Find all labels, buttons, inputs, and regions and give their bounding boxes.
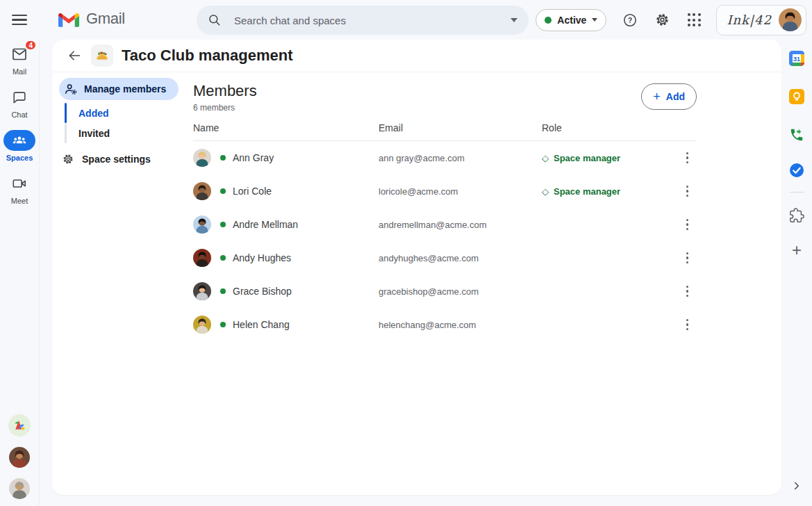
rail-divider: [789, 192, 804, 193]
main-menu-button[interactable]: [12, 15, 27, 25]
contact-avatar[interactable]: [9, 447, 30, 468]
nav-subitem-invited[interactable]: Invited: [65, 123, 184, 143]
sidebar-item-chat[interactable]: Chat: [3, 87, 35, 119]
sidebar-item-mail[interactable]: 4 Mail: [3, 44, 35, 76]
member-row[interactable]: Andre Mellman andremellman@acme.com: [193, 208, 697, 241]
members-table-header: Name Email Role: [193, 122, 697, 141]
member-name-cell: Grace Bishop: [193, 282, 379, 300]
member-row[interactable]: Ann Gray ann gray@acme.com ◇ Space manag…: [193, 141, 697, 174]
tasks-app-button[interactable]: [785, 158, 809, 182]
search-icon: [208, 13, 222, 27]
role-diamond-icon: ◇: [542, 186, 549, 197]
member-row[interactable]: Andy Hughes andyhughes@acme.com: [193, 241, 697, 275]
member-name-cell: Andy Hughes: [193, 249, 379, 267]
google-apps-button[interactable]: [680, 6, 708, 34]
get-addons-button[interactable]: [785, 204, 809, 227]
member-avatar: [193, 316, 211, 334]
member-name-cell: Helen Chang: [193, 316, 379, 334]
section-title: Members: [193, 82, 257, 100]
chevron-right-icon: [790, 480, 803, 492]
help-icon: ?: [622, 13, 638, 28]
brand-logo-text: Ink|42: [727, 13, 772, 27]
account-avatar[interactable]: [779, 8, 802, 31]
svg-text:31: 31: [793, 56, 800, 63]
phone-icon: [789, 127, 804, 142]
search-input[interactable]: Search chat and spaces: [234, 15, 511, 26]
presence-online-dot: [220, 322, 226, 327]
nav-subitem-added[interactable]: Added: [65, 103, 184, 123]
chat-icon: [12, 90, 27, 105]
active-indicator-bar: [65, 103, 67, 123]
member-email: andyhughes@acme.com: [379, 253, 542, 263]
add-member-button[interactable]: + Add: [641, 83, 697, 110]
svg-text:?: ?: [628, 16, 632, 24]
add-app-button[interactable]: +: [785, 238, 809, 262]
taco-icon: [95, 49, 109, 63]
member-options-button[interactable]: [682, 215, 693, 234]
rail-bottom-shortcuts: [8, 414, 31, 506]
calendar-app-button[interactable]: 31: [785, 47, 809, 70]
member-name: Helen Chang: [233, 319, 290, 330]
member-avatar: [193, 249, 211, 267]
nav-item-space-settings[interactable]: Space settings: [52, 148, 184, 170]
members-section: Members 6 members + Add Name Email Rol: [184, 72, 781, 495]
meet-videocam-icon: [12, 176, 27, 191]
workspace-app-logo[interactable]: [8, 414, 31, 436]
gmail-app: Gmail Search chat and spaces Active ?: [0, 0, 812, 506]
abstract-app-logo-icon: [13, 418, 26, 432]
back-arrow-icon: [67, 49, 81, 63]
member-name: Grace Bishop: [233, 286, 292, 297]
member-options-button[interactable]: [682, 315, 693, 334]
member-options-button[interactable]: [682, 281, 693, 301]
app-name: Gmail: [86, 10, 125, 28]
search-options-caret-icon[interactable]: [511, 18, 517, 22]
role-label: Space manager: [554, 186, 620, 197]
sidebar-item-spaces[interactable]: Spaces: [3, 130, 35, 162]
main-area: Taco Club management Manage member: [40, 40, 781, 506]
member-avatar: [193, 149, 211, 167]
contact-avatar[interactable]: [9, 478, 30, 499]
member-avatar: [193, 282, 211, 300]
gmail-logo[interactable]: Gmail: [58, 10, 125, 28]
status-caret-icon: [592, 18, 597, 22]
help-button[interactable]: ?: [616, 6, 644, 34]
member-row[interactable]: Grace Bishop gracebishop@acme.com: [193, 275, 697, 308]
settings-button[interactable]: [648, 6, 676, 34]
sidebar-item-meet[interactable]: Meet: [3, 173, 35, 205]
manage-accounts-icon: [65, 83, 77, 95]
space-card: Taco Club management Manage member: [52, 40, 781, 495]
keep-app-button[interactable]: [785, 85, 809, 108]
presence-online-dot: [220, 222, 226, 227]
presence-online-dot: [220, 288, 226, 294]
puzzle-addon-icon: [789, 208, 804, 223]
member-name: Andre Mellman: [233, 219, 298, 230]
page-title: Taco Club management: [122, 47, 293, 65]
member-options-button[interactable]: [682, 248, 693, 268]
indicator-bar: [65, 123, 67, 143]
space-header: Taco Club management: [52, 40, 781, 72]
gear-icon: [654, 12, 670, 28]
presence-online-dot: [220, 155, 226, 161]
collapse-panel-button[interactable]: [785, 474, 809, 498]
back-button[interactable]: [63, 44, 85, 67]
nav-item-manage-members[interactable]: Manage members: [59, 78, 179, 100]
member-email: gracebishop@acme.com: [379, 286, 542, 297]
space-nav-panel: Manage members Added Invited: [52, 72, 184, 495]
member-row[interactable]: Helen Chang helenchang@acme.com: [193, 308, 697, 341]
member-role: ◇ Space manager: [542, 186, 669, 197]
presence-online-dot: [220, 255, 226, 261]
search-bar[interactable]: Search chat and spaces: [197, 6, 529, 35]
role-diamond-icon: ◇: [542, 153, 549, 163]
column-header-name: Name: [193, 122, 379, 133]
workspace-account-badge[interactable]: Ink|42: [716, 5, 806, 35]
topbar: Gmail Search chat and spaces Active ?: [0, 0, 812, 40]
members-heading: Members 6 members: [193, 82, 257, 113]
member-options-button[interactable]: [682, 148, 693, 168]
topbar-right-cluster: Active ?: [536, 0, 806, 40]
plus-icon: +: [653, 90, 661, 103]
member-row[interactable]: Lori Cole loricole@acme.com ◇ Space mana…: [193, 174, 697, 208]
status-selector[interactable]: Active: [536, 9, 606, 31]
member-name: Lori Cole: [233, 186, 272, 197]
voice-app-button[interactable]: [785, 123, 809, 147]
member-options-button[interactable]: [682, 181, 693, 201]
